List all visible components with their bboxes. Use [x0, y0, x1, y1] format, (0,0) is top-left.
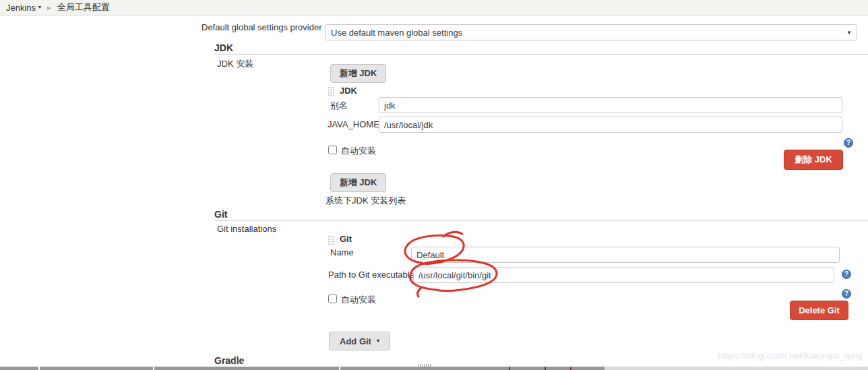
red-circle-git-name-tail	[443, 232, 462, 237]
jdk-item-title: JDK	[340, 86, 357, 96]
maven-settings-selected-value: Use default maven global settings	[331, 28, 462, 38]
breadcrumb-jenkins-label: Jenkins	[6, 3, 36, 13]
jdk-auto-install-label: 自动安装	[341, 145, 376, 157]
gradle-section-title: Gradle	[214, 355, 244, 366]
add-jdk-button-bottom[interactable]: 新增 JDK	[330, 173, 386, 192]
add-git-button[interactable]: Add Git ▾	[329, 332, 390, 350]
jdk-help-icon[interactable]: ?	[844, 138, 853, 148]
jdk-alias-label: 别名	[330, 100, 348, 112]
breadcrumb-separator-icon: ▸	[47, 3, 51, 12]
git-auto-install-help-icon[interactable]: ?	[842, 289, 851, 299]
jdk-section-title: JDK	[214, 42, 233, 53]
breadcrumb: Jenkins ▾ ▸ 全局工具配置	[0, 0, 868, 16]
git-section-divider	[214, 220, 868, 221]
select-caret-icon: ▼	[846, 30, 852, 36]
git-path-label: Path to Git executable	[328, 270, 414, 280]
git-auto-install-checkbox[interactable]	[328, 295, 337, 303]
bottom-cutoff-strip	[0, 367, 604, 370]
git-path-help-icon[interactable]: ?	[842, 270, 851, 279]
delete-git-button[interactable]: Delete Git	[790, 301, 848, 320]
bottom-cutoff-strip-right	[604, 367, 868, 370]
breadcrumb-current[interactable]: 全局工具配置	[57, 1, 110, 13]
jdk-system-list-note: 系统下JDK 安装列表	[326, 195, 406, 207]
jdk-alias-input[interactable]	[379, 97, 842, 113]
jdk-installations-label: JDK 安装	[217, 58, 253, 70]
maven-settings-label: Default global settings provider	[202, 22, 321, 32]
breadcrumb-jenkins[interactable]: Jenkins ▾	[6, 3, 41, 13]
delete-jdk-button[interactable]: 删除 JDK	[784, 150, 843, 170]
java-home-input[interactable]	[379, 117, 842, 133]
git-section-title: Git	[214, 209, 227, 220]
add-git-button-label: Add Git	[340, 336, 371, 346]
jdk-auto-install-checkbox[interactable]	[328, 146, 337, 154]
add-git-caret-icon: ▾	[377, 338, 379, 344]
jdk-drag-handle-icon[interactable]	[328, 86, 335, 96]
git-item-title: Git	[340, 234, 352, 244]
jdk-section-divider	[214, 54, 868, 55]
git-name-input[interactable]	[411, 247, 840, 263]
git-name-label: Name	[330, 247, 354, 257]
git-path-input[interactable]	[413, 267, 834, 283]
red-annotation-circles	[0, 0, 868, 370]
git-drag-handle-icon[interactable]	[328, 235, 335, 245]
add-jdk-button[interactable]: 新增 JDK	[330, 64, 386, 83]
red-circle-git-path-tail	[418, 287, 422, 297]
java-home-label: JAVA_HOME	[328, 119, 379, 129]
watermark: https://blog.csdn.net/kakaops_qing	[718, 350, 863, 361]
maven-settings-select[interactable]: Use default maven global settings ▼	[325, 24, 857, 40]
git-auto-install-label: 自动安装	[341, 294, 376, 306]
chevron-down-icon: ▾	[38, 5, 41, 10]
git-installations-label: Git installations	[217, 224, 276, 234]
